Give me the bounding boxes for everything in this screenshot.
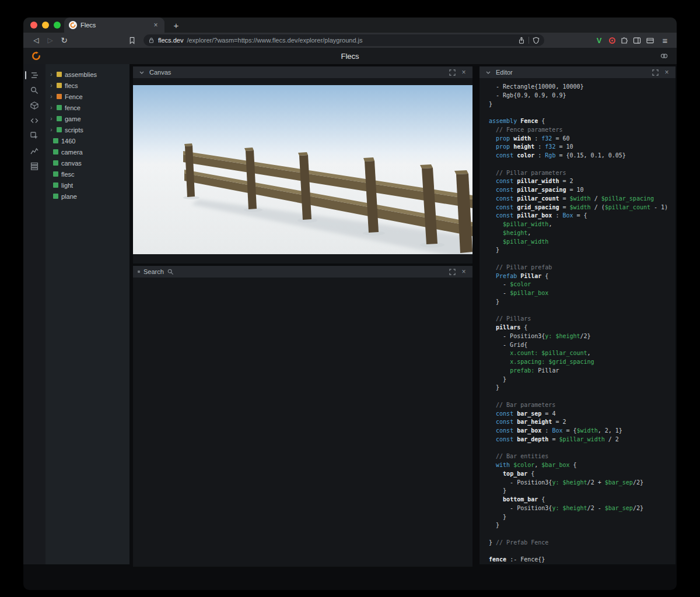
back-button[interactable]: ◁ [29, 34, 43, 47]
code-token: { [527, 470, 534, 477]
tree-item-game[interactable]: ›game [46, 113, 130, 124]
code-token: $height [562, 505, 587, 511]
code-token [489, 470, 503, 477]
code-token: x.count: [510, 350, 538, 356]
entity-color-swatch [53, 182, 58, 188]
tree-item-flecs[interactable]: ›flecs [46, 80, 130, 91]
extension-v-icon[interactable]: V [594, 36, 604, 45]
tree-item-scripts[interactable]: ›scripts [46, 124, 130, 135]
lock-icon[interactable] [148, 37, 155, 44]
expand-arrow-icon[interactable]: › [49, 115, 54, 122]
code-editor[interactable]: - Rectangle{10000, 10000} - Rgb{0.9, 0.9… [480, 78, 676, 564]
entity-color-swatch [53, 194, 58, 199]
share-link-icon[interactable] [660, 52, 668, 60]
code-token: = 4 [541, 410, 555, 417]
tables-rows-icon[interactable] [23, 159, 46, 174]
close-window-button[interactable] [30, 22, 37, 29]
tree-item-camera[interactable]: camera [46, 146, 130, 157]
app-header: Flecs [23, 48, 677, 64]
search-panel-header: Search × [133, 266, 473, 278]
expand-panel-icon[interactable] [448, 268, 456, 276]
maximize-window-button[interactable] [54, 22, 61, 29]
tree-item-assemblies[interactable]: ›assemblies [46, 69, 130, 80]
code-token: } [489, 247, 499, 253]
close-panel-icon[interactable]: × [460, 268, 468, 276]
panel-dot-icon[interactable] [138, 271, 140, 273]
stats-chart-icon[interactable] [23, 143, 46, 159]
code-token: = [559, 195, 569, 202]
code-line: Prefab Pillar { [489, 272, 676, 281]
entity-tree: ›assemblies›flecs›Fence›fence›game›scrip… [46, 64, 130, 564]
extensions-puzzle-icon[interactable] [620, 36, 628, 44]
tree-item-flesc[interactable]: flesc [46, 168, 130, 180]
forward-button[interactable]: ▷ [43, 34, 57, 47]
code-line: const pillar_box : Box = { [489, 212, 676, 220]
expand-arrow-icon[interactable]: › [49, 127, 54, 133]
expand-panel-icon[interactable] [651, 68, 659, 76]
code-line [489, 530, 676, 539]
expand-arrow-icon[interactable]: › [49, 71, 54, 78]
tree-item-canvas[interactable]: canvas [46, 157, 130, 168]
code-token: : [531, 135, 541, 142]
brave-shield-icon[interactable] [533, 37, 540, 44]
canvas-viewport[interactable] [133, 78, 473, 264]
code-token: Rgb [545, 152, 555, 159]
tree-item-light[interactable]: light [46, 180, 130, 191]
code-token [489, 367, 510, 374]
code-line: } // Prefab Fence [489, 539, 676, 547]
new-tab-button[interactable]: + [170, 20, 182, 30]
expand-arrow-icon[interactable]: › [49, 82, 54, 89]
code-line: - Rgb{0.9, 0.9, 0.9} [489, 92, 676, 100]
code-token: bottom_bar [503, 496, 538, 503]
code-token [489, 212, 496, 219]
entity-label: light [61, 182, 73, 189]
chevron-down-icon[interactable] [138, 68, 146, 76]
code-line: with $color, $bar_box { [489, 461, 676, 470]
code-line: // Pillar prefab [489, 264, 676, 272]
expand-arrow-icon[interactable]: › [49, 104, 54, 111]
search-results-area[interactable] [133, 278, 473, 567]
sidebar-toggle-icon[interactable] [633, 37, 641, 44]
minimize-window-button[interactable] [42, 22, 49, 29]
code-token: = [548, 436, 559, 443]
tree-panel-icon[interactable] [23, 68, 46, 83]
tab-close-icon[interactable]: × [152, 21, 160, 29]
browser-tab[interactable]: Flecs × [64, 17, 164, 33]
code-line: pillars { [489, 324, 676, 332]
expand-arrow-icon[interactable]: › [49, 93, 54, 100]
reload-button[interactable]: ↻ [57, 34, 71, 47]
code-token: const [496, 152, 517, 159]
tree-item-plane[interactable]: plane [46, 191, 130, 202]
chevron-down-icon[interactable] [484, 68, 492, 76]
code-line: } [489, 100, 676, 109]
code-token: // Bar entities [489, 453, 548, 459]
url-bar[interactable]: flecs.dev /explorer/?wasm=https://www.fl… [144, 34, 544, 46]
share-icon[interactable] [518, 37, 525, 44]
code-icon[interactable] [23, 113, 46, 128]
code-token: - Position3{ [489, 505, 552, 511]
code-token: : [534, 143, 545, 150]
code-token: = { [573, 212, 587, 219]
wallet-card-icon[interactable] [646, 37, 654, 44]
search-icon[interactable] [23, 83, 46, 98]
entity-color-swatch [57, 127, 62, 132]
canvas-panel-title: Canvas [149, 69, 171, 76]
extension-record-icon[interactable] [609, 37, 615, 44]
tree-item-fence[interactable]: ›fence [46, 102, 130, 113]
code-token [489, 143, 496, 150]
entity-label: camera [61, 149, 83, 156]
expand-panel-icon[interactable] [448, 68, 456, 76]
close-panel-icon[interactable]: × [663, 68, 671, 76]
tree-item-Fence[interactable]: ›Fence [46, 91, 130, 102]
divider [528, 37, 529, 44]
code-token: , [548, 221, 552, 227]
code-token [489, 410, 496, 417]
close-panel-icon[interactable]: × [460, 68, 468, 76]
inspect-cursor-icon[interactable] [23, 128, 46, 143]
entities-cube-icon[interactable] [23, 98, 46, 113]
tree-item-1460[interactable]: 1460 [46, 135, 130, 146]
bookmark-icon[interactable] [125, 34, 139, 47]
menu-hamburger-icon[interactable]: ≡ [659, 36, 671, 45]
code-token: with [496, 462, 513, 468]
code-token: $height [555, 333, 580, 339]
